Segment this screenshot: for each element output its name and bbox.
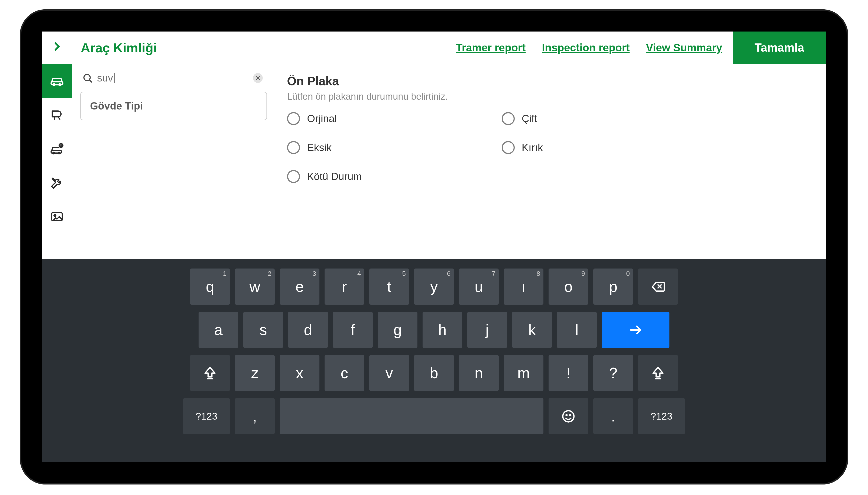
car-alert-icon [50,142,64,156]
title-area: Araç Kimliği Tramer report Inspection re… [72,32,733,64]
key-i[interactable]: ı8 [504,269,544,305]
key-comma[interactable]: , [235,398,274,434]
key-shift-right[interactable] [638,355,678,391]
key-j[interactable]: j [467,312,507,348]
key-m[interactable]: m [504,355,544,391]
form-heading: Ön Plaka [287,74,814,88]
radio-circle-icon [502,141,515,154]
arrow-right-icon [628,322,643,337]
key-k[interactable]: k [512,312,552,348]
key-t[interactable]: t5 [369,269,409,305]
radio-circle-icon [287,141,300,154]
shift-icon [202,366,217,380]
radio-eksik[interactable]: Eksik [287,141,492,154]
radio-label: Eksik [307,142,332,153]
key-n[interactable]: n [459,355,499,391]
page-title: Araç Kimliği [81,40,157,55]
key-enter[interactable] [602,312,670,348]
key-s[interactable]: s [243,312,283,348]
link-view-summary[interactable]: View Summary [646,41,722,54]
key-numswitch-left[interactable]: ?123 [183,398,230,434]
rail-item-car[interactable] [42,64,72,98]
key-y[interactable]: y6 [414,269,454,305]
key-b[interactable]: b [414,355,454,391]
key-emoji[interactable] [549,398,588,434]
radio-original[interactable]: Orjinal [287,112,492,125]
svg-line-12 [89,80,92,82]
key-question[interactable]: ? [594,355,633,391]
svg-point-19 [566,414,567,415]
rail-item-damage[interactable] [42,98,72,132]
link-inspection-report[interactable]: Inspection report [542,41,630,54]
keyboard-row-1: q1 w2 e3 r4 t5 y6 u7 ı8 o9 p0 [190,269,678,305]
key-space[interactable] [280,398,544,434]
form-subtitle: Lütfen ön plakanın durumunu belirtiniz. [287,91,814,102]
radio-circle-icon [287,112,300,125]
radio-group: Orjinal Çift Eksik Kırık [287,112,707,183]
key-u[interactable]: u7 [459,269,499,305]
tablet-frame: Araç Kimliği Tramer report Inspection re… [20,9,848,484]
text-caret [114,73,114,83]
key-e[interactable]: e3 [280,269,319,305]
key-backspace[interactable] [638,269,678,305]
keyboard-row-2: a s d f g h j k l [198,312,670,348]
rail-item-image[interactable] [42,200,72,234]
radio-label: Kötü Durum [307,171,362,182]
svg-point-10 [54,215,56,217]
search-suggestion[interactable]: Gövde Tipi [80,92,267,120]
keyboard-row-3: z x c v b n m ! ? [190,355,678,391]
svg-point-8 [61,146,61,147]
key-a[interactable]: a [198,312,238,348]
key-g[interactable]: g [378,312,418,348]
key-exclaim[interactable]: ! [549,355,588,391]
shift-icon [651,366,666,380]
search-row: suv ✕ [78,70,269,90]
radio-kotu-durum[interactable]: Kötü Durum [287,170,492,183]
clear-search-button[interactable]: ✕ [253,73,263,83]
rail-item-car-alert[interactable] [42,132,72,166]
chevron-right-icon [51,41,63,55]
svg-point-20 [570,414,571,415]
search-input[interactable]: suv [97,72,249,84]
key-f[interactable]: f [333,312,373,348]
svg-point-18 [563,411,574,422]
radio-circle-icon [502,112,515,125]
key-shift-left[interactable] [190,355,230,391]
key-r[interactable]: r4 [324,269,364,305]
radio-label: Kırık [522,142,543,153]
key-w[interactable]: w2 [235,269,274,305]
key-v[interactable]: v [369,355,409,391]
screen: Araç Kimliği Tramer report Inspection re… [42,32,826,462]
car-icon [50,74,64,88]
image-icon [50,210,64,224]
key-q[interactable]: q1 [190,269,230,305]
search-input-value: suv [97,72,113,84]
complete-button[interactable]: Tamamla [733,32,826,64]
header-links: Tramer report Inspection report View Sum… [456,41,733,54]
keyboard-row-4: ?123 , . ?123 [183,398,685,434]
key-d[interactable]: d [288,312,328,348]
key-p[interactable]: p0 [594,269,633,305]
tools-icon [50,176,64,190]
radio-cift[interactable]: Çift [502,112,707,125]
radio-label: Orjinal [307,113,337,124]
link-tramer-report[interactable]: Tramer report [456,41,526,54]
key-o[interactable]: o9 [549,269,588,305]
expand-sidebar-button[interactable] [42,32,72,64]
radio-circle-icon [287,170,300,183]
key-period[interactable]: . [594,398,633,434]
key-h[interactable]: h [423,312,462,348]
key-l[interactable]: l [557,312,597,348]
key-numswitch-right[interactable]: ?123 [638,398,685,434]
radio-label: Çift [522,113,537,124]
key-c[interactable]: c [324,355,364,391]
emoji-icon [561,409,576,424]
rail-item-tools[interactable] [42,166,72,200]
key-z[interactable]: z [235,355,274,391]
search-icon [82,73,93,83]
top-bar: Araç Kimliği Tramer report Inspection re… [42,32,826,64]
damage-icon [50,108,64,122]
radio-kirik[interactable]: Kırık [502,141,707,154]
on-screen-keyboard: q1 w2 e3 r4 t5 y6 u7 ı8 o9 p0 a [42,259,826,462]
key-x[interactable]: x [280,355,319,391]
